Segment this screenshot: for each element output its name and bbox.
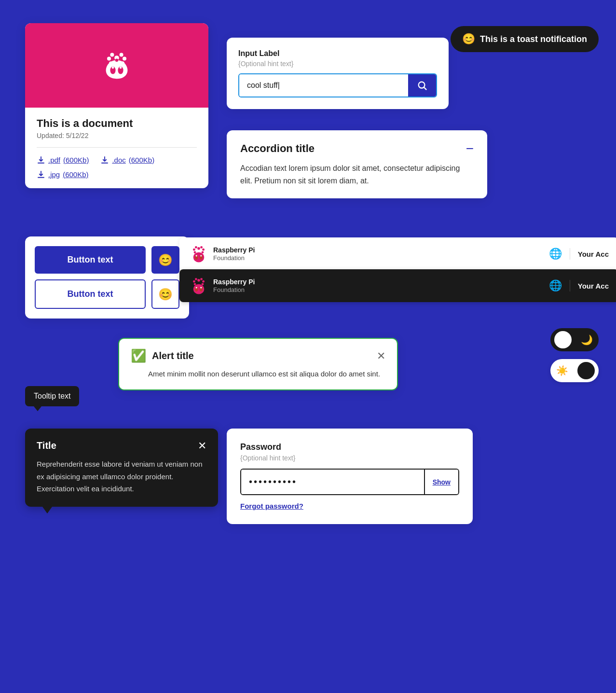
- toast-text: This is a toast notification: [480, 34, 587, 44]
- navbar-light: Raspberry Pi Foundation 🌐 Your Acc: [179, 237, 616, 270]
- toggle-knob-light: [577, 362, 595, 379]
- smiley-icon-outline: 😊: [158, 288, 173, 301]
- svg-point-17: [193, 249, 195, 251]
- accordion-title: Accordion title: [240, 142, 315, 155]
- svg-point-31: [194, 283, 196, 285]
- toast-icon: 😊: [462, 33, 475, 45]
- search-button[interactable]: [408, 74, 436, 97]
- accordion-collapse-button[interactable]: −: [466, 142, 474, 155]
- primary-button[interactable]: Button text: [35, 246, 146, 274]
- document-updated: Updated: 5/12/22: [37, 132, 197, 139]
- icon-button-outline[interactable]: 😊: [151, 279, 179, 309]
- document-divider: [37, 147, 197, 148]
- svg-point-28: [200, 278, 203, 280]
- svg-point-18: [202, 249, 205, 251]
- svg-point-14: [197, 247, 200, 250]
- download-icon-jpg: [37, 170, 45, 179]
- outline-button[interactable]: Button text: [35, 279, 146, 309]
- svg-point-4: [123, 56, 126, 60]
- svg-point-32: [202, 283, 204, 285]
- svg-point-19: [194, 251, 196, 253]
- pdf-label: .pdf: [48, 156, 60, 164]
- input-hint: {Optional hint text}: [238, 60, 437, 68]
- light-mode-toggle[interactable]: ☀️: [550, 359, 599, 382]
- password-label: Password: [240, 442, 459, 452]
- svg-point-2: [120, 53, 123, 56]
- navbar-right-light: 🌐 Your Acc: [549, 248, 609, 260]
- svg-point-20: [202, 251, 204, 253]
- raspberry-pi-logo-large: [97, 46, 136, 85]
- svg-point-27: [195, 278, 197, 280]
- input-card: Input Label {Optional hint text}: [227, 38, 449, 109]
- document-title: This is a document: [37, 117, 197, 130]
- tooltip: Tooltip text: [25, 386, 79, 406]
- svg-point-30: [202, 280, 205, 283]
- toggles-panel: 🌙 ☀️: [550, 328, 599, 382]
- search-input[interactable]: [239, 74, 408, 97]
- download-icon-doc: [100, 155, 109, 164]
- document-card: This is a document Updated: 5/12/22 .pdf…: [25, 23, 208, 188]
- rpi-logo-light: [189, 244, 208, 263]
- svg-point-1: [110, 53, 114, 56]
- svg-point-11: [120, 66, 122, 69]
- jpg-size: (600Kb): [63, 170, 88, 179]
- navbar-dark: Raspberry Pi Foundation 🌐 Your Acc: [179, 269, 616, 302]
- moon-icon: 🌙: [581, 334, 593, 346]
- input-label: Input Label: [238, 49, 437, 58]
- icon-button-primary[interactable]: 😊: [151, 246, 179, 274]
- navbar-brand-dark: Raspberry Pi Foundation: [189, 276, 255, 295]
- input-row: [238, 73, 437, 97]
- document-card-header: [25, 23, 208, 108]
- navbar-brand-sub-dark: Foundation: [213, 286, 255, 294]
- svg-point-29: [193, 280, 195, 283]
- account-link-dark[interactable]: Your Acc: [578, 282, 609, 290]
- svg-point-36: [196, 287, 197, 288]
- document-links: .pdf (600Kb) .doc (600Kb) .jpg (600Kb): [37, 155, 197, 179]
- dark-modal-text: Reprehenderit esse labore id veniam ut v…: [37, 458, 206, 495]
- svg-point-3: [107, 56, 111, 60]
- svg-point-25: [200, 255, 202, 256]
- accordion-text: Accodian text lorem ipsum dolor sit amet…: [240, 162, 474, 187]
- toast-notification: 😊 This is a toast notification: [451, 26, 599, 52]
- alert-text: Amet minim mollit non deserunt ullamco e…: [131, 368, 385, 380]
- sun-icon: ☀️: [556, 365, 568, 376]
- dark-modal-close-button[interactable]: ✕: [198, 441, 206, 451]
- navbar-divider-dark: [570, 280, 570, 291]
- doc-link[interactable]: .doc (600Kb): [100, 155, 154, 164]
- account-link-light[interactable]: Your Acc: [578, 250, 609, 258]
- svg-point-10: [112, 66, 114, 69]
- pdf-size: (600Kb): [63, 156, 89, 164]
- svg-point-16: [200, 246, 203, 249]
- alert-close-button[interactable]: ✕: [377, 351, 385, 361]
- dark-modal-title: Title: [37, 440, 56, 451]
- navbar-brand-light: Raspberry Pi Foundation: [189, 244, 255, 263]
- navbar-divider-light: [570, 248, 570, 260]
- password-input[interactable]: [241, 470, 424, 494]
- accordion-header: Accordion title −: [240, 142, 474, 155]
- navbar-brand-name-dark: Raspberry Pi: [213, 278, 255, 286]
- password-card: Password {Optional hint text} Show Forgo…: [227, 429, 473, 524]
- globe-icon-light[interactable]: 🌐: [549, 248, 562, 260]
- rpi-logo-dark: [189, 276, 208, 295]
- search-icon: [417, 80, 427, 91]
- pdf-link[interactable]: .pdf (600Kb): [37, 155, 89, 164]
- alert-check-icon: ✅: [131, 348, 146, 363]
- globe-icon-dark[interactable]: 🌐: [549, 279, 562, 292]
- document-card-body: This is a document Updated: 5/12/22 .pdf…: [25, 108, 208, 188]
- doc-size: (600Kb): [129, 156, 154, 164]
- dark-mode-toggle[interactable]: 🌙: [550, 328, 599, 351]
- svg-point-24: [196, 255, 197, 256]
- alert-title-row: ✅ Alert title: [131, 348, 194, 363]
- forgot-password-link[interactable]: Forgot password?: [240, 502, 303, 510]
- password-show-button[interactable]: Show: [424, 470, 458, 494]
- navbar-brand-text-dark: Raspberry Pi Foundation: [213, 278, 255, 293]
- smiley-icon-primary: 😊: [158, 253, 173, 267]
- svg-point-26: [197, 279, 200, 282]
- navbar-brand-sub: Foundation: [213, 254, 255, 262]
- alert-header: ✅ Alert title ✕: [131, 348, 385, 363]
- jpg-link[interactable]: .jpg (600Kb): [37, 170, 89, 179]
- navbar-brand-text-light: Raspberry Pi Foundation: [213, 246, 255, 262]
- download-icon: [37, 155, 45, 164]
- svg-point-12: [419, 82, 425, 88]
- navbar-right-dark: 🌐 Your Acc: [549, 279, 609, 292]
